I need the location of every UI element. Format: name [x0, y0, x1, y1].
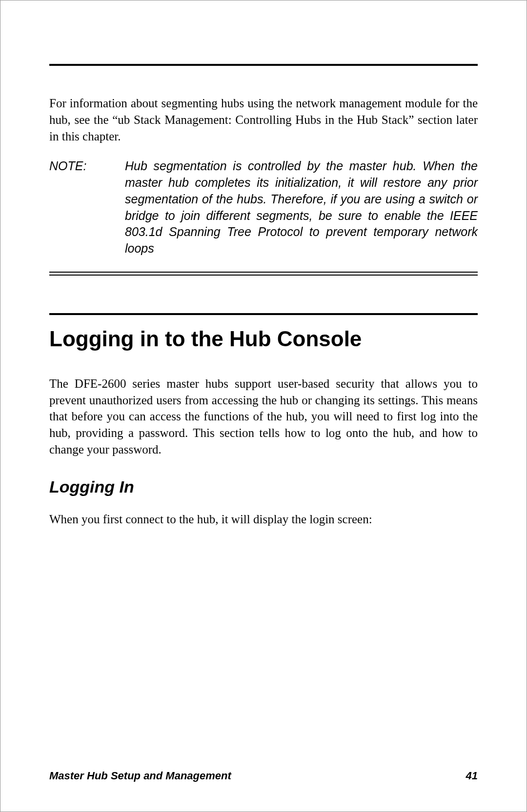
- sub-body-paragraph: When you first connect to the hub, it wi…: [49, 511, 478, 528]
- page-number: 41: [466, 770, 478, 782]
- footer-title: Master Hub Setup and Management: [49, 770, 231, 782]
- section-body-paragraph: The DFE-2600 series master hubs support …: [49, 376, 478, 458]
- sub-heading: Logging In: [49, 477, 478, 496]
- intro-paragraph: For information about segmenting hubs us…: [49, 95, 478, 144]
- section-heading: Logging in to the Hub Console: [49, 327, 478, 351]
- document-page: For information about segmenting hubs us…: [0, 0, 527, 812]
- section-horizontal-rule: [49, 313, 478, 315]
- page-footer: Master Hub Setup and Management 41: [49, 760, 478, 782]
- note-label: NOTE:: [49, 158, 125, 257]
- top-horizontal-rule: [49, 64, 478, 66]
- note-body: Hub segmentation is controlled by the ma…: [125, 158, 478, 257]
- double-horizontal-rule: [49, 272, 478, 274]
- note-block: NOTE: Hub segmentation is controlled by …: [49, 158, 478, 257]
